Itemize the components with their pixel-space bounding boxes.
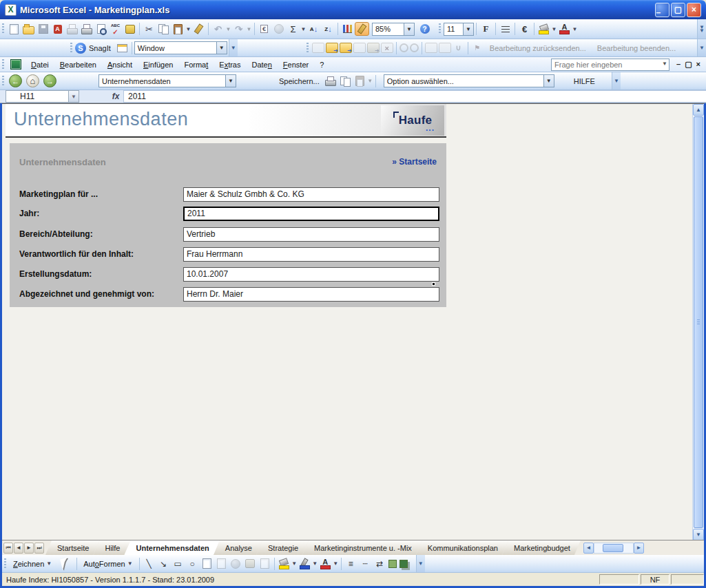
horizontal-scrollbar-thumb[interactable]	[603, 544, 623, 552]
autoformen-button[interactable]: AutoFormen▼	[79, 558, 136, 569]
font-color-dropdown-arrow[interactable]: ▼	[572, 22, 578, 36]
checklist-icon[interactable]	[425, 43, 437, 53]
fill-color-dropdown-arrow[interactable]: ▼	[551, 22, 557, 36]
vertical-scrollbar[interactable]: ▲ ▼	[692, 104, 704, 540]
rectangle-icon[interactable]: ▭	[171, 557, 185, 571]
verantwortlich-field[interactable]	[183, 247, 439, 262]
toolbar-grip[interactable]	[2, 23, 4, 34]
vertical-scrollbar-thumb[interactable]	[694, 116, 703, 528]
permission-icon[interactable]	[65, 22, 79, 36]
dash-style-icon[interactable]: ┄	[358, 557, 373, 571]
name-box-dropdown-arrow[interactable]: ▼	[69, 90, 79, 103]
picture-icon[interactable]	[258, 557, 272, 571]
undo-dropdown-arrow[interactable]: ▼	[225, 22, 231, 36]
name-box[interactable]: H11	[6, 90, 69, 103]
note-icon[interactable]	[353, 43, 366, 53]
drawing-toggle-icon[interactable]	[355, 22, 369, 36]
cell-fill-handle[interactable]	[432, 282, 435, 286]
help-button[interactable]: HILFE	[574, 77, 595, 85]
tab-analyse[interactable]: Analyse	[214, 540, 262, 555]
toolbar-grip[interactable]	[307, 43, 309, 54]
mail-folder-icon[interactable]	[367, 43, 380, 53]
line-color-dropdown-arrow[interactable]: ▼	[312, 557, 318, 571]
marketingplan-fuer-field[interactable]	[183, 187, 439, 202]
workbook-close-button[interactable]: ×	[696, 60, 700, 69]
next-sheet-icon[interactable]: ►	[24, 543, 34, 554]
toolbar-options-chevron[interactable]: ▼▼	[697, 19, 706, 39]
review-toolbar-chevron[interactable]: ▼	[697, 39, 706, 56]
tab-kommunikationsplan[interactable]: Kommunikationsplan	[416, 540, 508, 555]
zeichnen-button[interactable]: Zeichnen▼	[9, 558, 56, 569]
jahr-field[interactable]	[183, 207, 439, 221]
option-dropdown-arrow[interactable]: ▼	[543, 75, 554, 87]
chart-wizard-icon[interactable]	[340, 22, 355, 36]
new-document-icon[interactable]	[7, 22, 21, 36]
font-size-dropdown-arrow[interactable]: ▼	[463, 23, 473, 35]
clipart-icon[interactable]	[243, 557, 258, 571]
startseite-link[interactable]: » Startseite	[392, 157, 437, 167]
format-painter-icon[interactable]	[191, 22, 206, 36]
layers-icon[interactable]	[439, 43, 451, 53]
last-sheet-icon[interactable]: ⏭	[34, 543, 44, 554]
hyperlink-icon[interactable]	[271, 22, 286, 36]
close-button[interactable]: ×	[687, 3, 701, 17]
sheet-navigation-dropdown-arrow[interactable]: ▼	[225, 75, 236, 87]
select-pointer-icon[interactable]	[60, 557, 70, 569]
tab-marketingbudget[interactable]: Marketingbudget	[502, 540, 581, 555]
textbox-icon[interactable]	[200, 557, 214, 571]
undo-icon[interactable]: ↶	[211, 22, 225, 36]
toolbar-grip[interactable]	[2, 59, 4, 70]
font-color-icon[interactable]: A	[557, 22, 572, 36]
line-color-icon[interactable]	[298, 557, 312, 571]
snagit-chevron[interactable]: ▼	[229, 39, 238, 56]
tab-marketinginstrumente[interactable]: Marketinginstrumente u. -Mix	[302, 540, 422, 555]
print-preview-icon[interactable]	[94, 22, 108, 36]
wordart-icon[interactable]	[214, 557, 229, 571]
draw-font-color-dropdown-arrow[interactable]: ▼	[333, 557, 339, 571]
sort-descending-icon[interactable]: Z↓	[321, 22, 335, 36]
home-icon[interactable]: ⌂	[26, 74, 39, 87]
abgezeichnet-field[interactable]	[183, 287, 439, 302]
worksheet[interactable]: Unternehmensdaten Haufe ... Unternehmens…	[2, 103, 704, 540]
line-style-icon[interactable]: ≡	[344, 557, 358, 571]
scroll-left-icon[interactable]: ◄	[583, 543, 594, 554]
cut-icon[interactable]: ✂	[142, 22, 156, 36]
erstellungsdatum-field[interactable]	[183, 267, 439, 282]
horizontal-scrollbar[interactable]: ◄ ►	[583, 540, 644, 555]
menu-format[interactable]: Format	[178, 59, 214, 71]
snagit-window-dropdown-arrow[interactable]: ▼	[216, 42, 227, 54]
zoom-combo[interactable]: 85%▼	[372, 23, 415, 36]
diagram-icon[interactable]	[229, 557, 243, 571]
euro-converter-icon[interactable]	[257, 22, 271, 36]
arrow-icon[interactable]: ↘	[156, 557, 171, 571]
tab-hilfe[interactable]: Hilfe	[93, 540, 130, 555]
copy-icon[interactable]	[156, 22, 171, 36]
question-dropdown-arrow[interactable]: ▼	[662, 61, 667, 67]
toolbar-grip[interactable]	[2, 76, 4, 87]
open-file-icon[interactable]	[21, 22, 36, 36]
minimize-button[interactable]: –	[655, 3, 669, 17]
drawing-toolbar-chevron[interactable]: ▼	[416, 555, 425, 572]
zoom-dropdown-arrow[interactable]: ▼	[404, 23, 414, 35]
document-icon[interactable]	[312, 43, 324, 53]
previous-sheet-icon[interactable]: ◄	[14, 543, 23, 554]
menu-fenster[interactable]: Fenster	[278, 59, 314, 71]
option-select[interactable]: Option auswählen...▼	[384, 74, 554, 87]
draw-font-color-icon[interactable]: A	[318, 557, 333, 571]
toolbar-grip[interactable]	[4, 558, 6, 569]
nav-toolbar-chevron[interactable]: ▼	[612, 72, 621, 90]
research-icon[interactable]	[123, 22, 137, 36]
oval-icon[interactable]: ○	[185, 557, 200, 571]
autosum-icon[interactable]: Σ	[286, 22, 300, 36]
nav-copy-icon[interactable]	[338, 74, 353, 88]
back-icon[interactable]: ←	[9, 74, 22, 87]
bereich-abteilung-field[interactable]	[183, 227, 439, 242]
forward-mail-icon[interactable]	[340, 43, 352, 53]
help-icon[interactable]	[417, 22, 432, 36]
pdf-export-icon[interactable]	[50, 22, 65, 36]
workbook-minimize-button[interactable]: –	[676, 60, 681, 69]
previous-change-icon[interactable]	[399, 43, 408, 52]
snagit-window-select[interactable]: Window▼	[134, 41, 227, 54]
attachment-icon[interactable]	[453, 43, 465, 53]
tab-strategie[interactable]: Strategie	[256, 540, 309, 555]
